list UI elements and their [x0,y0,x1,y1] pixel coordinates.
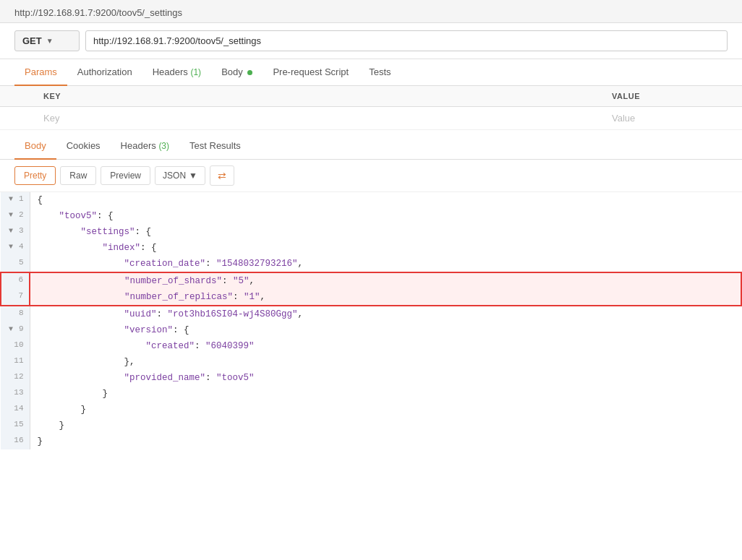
tab-headers[interactable]: Headers (1) [142,59,211,86]
col-checkbox [0,86,29,107]
line-number: 13 [1,386,30,402]
preview-button[interactable]: Preview [101,166,150,185]
url-bar: http://192.168.91.7:9200/toov5/_settings [0,0,742,23]
request-tabs: Params Authorization Headers (1) Body Pr… [0,59,742,86]
param-value-input[interactable]: Value [597,107,742,130]
toggle-arrow-icon[interactable]: ▼ [9,325,17,333]
code-line: ▼ 9 "version": { [1,322,741,338]
code-line: 6 "number_of_shards": "5", [1,272,741,289]
line-number: 10 [1,338,30,354]
code-line: 15 } [1,418,741,434]
code-line: 11 }, [1,354,741,370]
line-content: "uuid": "rot3hb16SI04-wj4S80Ggg", [30,306,741,322]
code-line: 8 "uuid": "rot3hb16SI04-wj4S80Ggg", [1,306,741,322]
param-key-input[interactable]: Key [29,107,597,130]
request-row: GET ▼ [0,23,742,59]
line-number: ▼ 2 [1,208,30,224]
response-tabs: Body Cookies Headers (3) Test Results [0,133,742,160]
code-line: 12 "provided_name": "toov5" [1,370,741,386]
code-line: 7 "number_of_replicas": "1", [1,289,741,306]
line-content: "settings": { [30,224,741,240]
line-number: ▼ 9 [1,322,30,338]
line-content: "index": { [30,240,741,256]
tab-authorization[interactable]: Authorization [67,59,142,86]
line-number: ▼ 1 [1,192,30,208]
response-tab-test-results[interactable]: Test Results [179,133,251,160]
method-dropdown[interactable]: GET ▼ [14,30,80,51]
chevron-down-icon: ▼ [46,37,54,45]
line-content: "number_of_shards": "5", [30,272,741,289]
response-toolbar: Pretty Raw Preview JSON ▼ ⇄ [0,160,742,192]
format-label: JSON [163,171,186,181]
tab-params[interactable]: Params [14,59,67,86]
line-number: 6 [1,272,30,289]
col-value: VALUE [597,86,742,107]
params-table: KEY VALUE Key Value [0,86,742,130]
code-line: 16} [1,434,741,449]
line-number: 14 [1,402,30,418]
toggle-arrow-icon[interactable]: ▼ [9,211,17,219]
code-line: 14 } [1,402,741,418]
method-label: GET [22,35,42,46]
raw-button[interactable]: Raw [60,166,96,185]
url-input[interactable] [85,30,728,51]
line-content: } [30,386,741,402]
line-content: "provided_name": "toov5" [30,370,741,386]
line-number: 7 [1,289,30,306]
line-number: 16 [1,434,30,449]
code-line: ▼ 4 "index": { [1,240,741,256]
toggle-arrow-icon[interactable]: ▼ [9,243,17,251]
line-content: "creation_date": "1548032793216", [30,256,741,272]
format-dropdown[interactable]: JSON ▼ [155,166,205,185]
toggle-arrow-icon[interactable]: ▼ [9,195,17,203]
tab-pre-request-script[interactable]: Pre-request Script [263,59,359,86]
code-area: ▼ 1{▼ 2 "toov5": {▼ 3 "settings": {▼ 4 "… [0,192,742,449]
tab-tests[interactable]: Tests [359,59,401,86]
code-line: 13 } [1,386,741,402]
line-number: ▼ 4 [1,240,30,256]
response-tab-body[interactable]: Body [14,133,56,160]
url-bar-text: http://192.168.91.7:9200/toov5/_settings [14,7,182,18]
pretty-button[interactable]: Pretty [14,166,56,185]
code-line: ▼ 2 "toov5": { [1,208,741,224]
code-table: ▼ 1{▼ 2 "toov5": {▼ 3 "settings": {▼ 4 "… [0,192,742,449]
line-number: 11 [1,354,30,370]
line-content: "toov5": { [30,208,741,224]
headers-badge: (1) [190,67,201,77]
line-content: } [30,418,741,434]
wrap-icon: ⇄ [218,170,226,181]
response-headers-badge: (3) [158,141,169,151]
code-line: ▼ 1{ [1,192,741,208]
line-content: "number_of_replicas": "1", [30,289,741,306]
line-content: } [30,434,741,449]
line-number: 12 [1,370,30,386]
line-number: 15 [1,418,30,434]
row-checkbox [0,107,29,130]
tab-body[interactable]: Body [211,59,263,86]
line-number: 5 [1,256,30,272]
line-content: }, [30,354,741,370]
response-tab-cookies[interactable]: Cookies [56,133,111,160]
chevron-down-icon: ▼ [189,171,197,181]
line-content: "created": "6040399" [30,338,741,354]
line-number: ▼ 3 [1,224,30,240]
col-key: KEY [29,86,597,107]
code-line: 10 "created": "6040399" [1,338,741,354]
line-number: 8 [1,306,30,322]
code-line: ▼ 3 "settings": { [1,224,741,240]
line-content: { [30,192,741,208]
code-line: 5 "creation_date": "1548032793216", [1,256,741,272]
line-content: } [30,402,741,418]
wrap-button[interactable]: ⇄ [210,165,234,186]
response-tab-headers[interactable]: Headers (3) [111,133,179,160]
line-content: "version": { [30,322,741,338]
toggle-arrow-icon[interactable]: ▼ [9,227,17,235]
body-dot-icon [247,70,252,75]
table-row: Key Value [0,107,742,130]
